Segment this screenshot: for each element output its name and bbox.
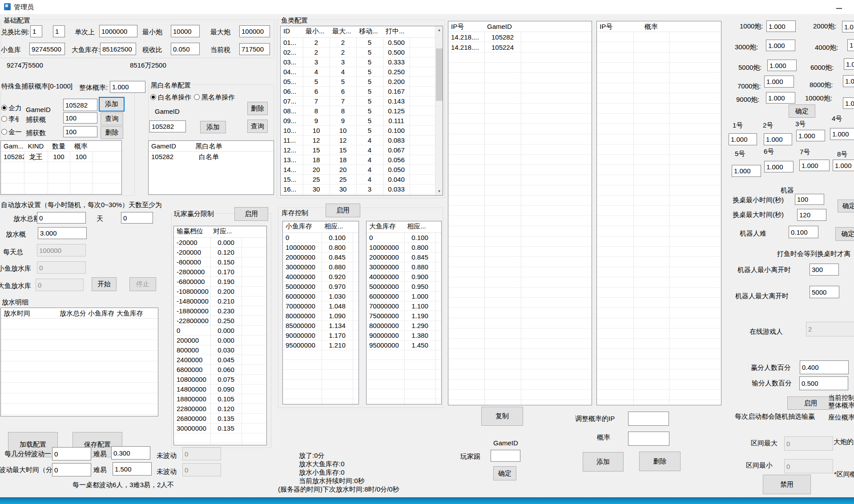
table-row[interactable]: 500000000.950 bbox=[367, 282, 441, 292]
table-row[interactable]: -108000000.200 bbox=[174, 287, 266, 296]
cannon-7000-input[interactable] bbox=[764, 76, 794, 88]
table-row[interactable]: 100000000.800 bbox=[283, 243, 359, 252]
seat-7-input[interactable] bbox=[799, 160, 830, 171]
cannon-confirm-button[interactable]: 确定 bbox=[789, 104, 815, 118]
table-row[interactable]: 09...9950.111 bbox=[281, 116, 443, 126]
minimize-button[interactable] bbox=[833, 2, 846, 13]
table-row[interactable]: 10...101050.100 bbox=[281, 126, 443, 136]
bw-list-table[interactable]: GameID黑白名单 105282白名单 bbox=[148, 140, 274, 195]
exchange-ratio-1-input[interactable] bbox=[30, 25, 42, 37]
table-row[interactable]: 700000001.100 bbox=[367, 301, 441, 311]
fish-config-table-body[interactable]: 01...2250.50002...2250.50003...3350.3330… bbox=[281, 38, 443, 195]
max-cannon-input[interactable] bbox=[239, 25, 270, 37]
table-row[interactable]: 950000001.450 bbox=[367, 340, 441, 350]
ip-prob-table[interactable]: IP号概率 bbox=[596, 21, 721, 405]
table-row[interactable]: 100000000.800 bbox=[367, 243, 441, 252]
table-row[interactable]: 06...6650.167 bbox=[281, 87, 443, 96]
table-row[interactable]: 输赢档位对应... bbox=[174, 226, 266, 236]
black-list-radio[interactable] bbox=[194, 94, 200, 100]
win-limit-table[interactable]: 输赢档位对应... -200000.000-2000000.120-800000… bbox=[173, 226, 267, 445]
kick-confirm-button[interactable]: 确定 bbox=[493, 466, 516, 480]
fish-config-table-header[interactable]: ID最小...最大...移动...打中... bbox=[281, 26, 443, 38]
kick-gameid-input[interactable] bbox=[491, 450, 520, 462]
min-cannon-input[interactable] bbox=[171, 25, 200, 37]
water-stop-button[interactable]: 停止 bbox=[129, 277, 156, 291]
water-start-button[interactable]: 开始 bbox=[92, 277, 117, 291]
special-radio-1[interactable] bbox=[1, 105, 7, 111]
cannon-10000-input[interactable] bbox=[843, 97, 854, 109]
table-row[interactable]: 15...252540.040 bbox=[281, 175, 443, 184]
table-row[interactable]: 放水时间放水总分小鱼库存大鱼库存 bbox=[1, 308, 158, 319]
ip-prob-add-button[interactable]: 添加 bbox=[583, 452, 624, 472]
special-fish-table-body[interactable]: 105282龙王100100 bbox=[1, 152, 121, 194]
cannon-2000-input[interactable] bbox=[842, 21, 854, 32]
table-row[interactable]: IP号GameID bbox=[448, 21, 592, 32]
table-row[interactable]: -2000000.120 bbox=[174, 248, 266, 257]
table-row[interactable]: 02...2250.500 bbox=[281, 48, 443, 57]
cannon-4000-input[interactable] bbox=[847, 39, 854, 51]
table-row[interactable]: 300000000.880 bbox=[283, 262, 359, 272]
seat-6-input[interactable] bbox=[764, 161, 794, 172]
table-row[interactable]: 小鱼库存相应... bbox=[283, 221, 359, 231]
seat-1-input[interactable] bbox=[729, 133, 757, 145]
win-percent-input[interactable] bbox=[800, 360, 849, 374]
special-gameid-input[interactable] bbox=[63, 99, 97, 111]
table-row[interactable]: 大鱼库存相应... bbox=[367, 221, 441, 231]
table-row[interactable]: 228000000.120 bbox=[174, 404, 266, 414]
water-detail-table-header[interactable]: 放水时间放水总分小鱼库存大鱼库存 bbox=[1, 308, 158, 319]
ip-prob-table-header[interactable]: IP号概率 bbox=[597, 21, 721, 32]
robot-confirm1-button[interactable]: 确定 bbox=[838, 200, 854, 212]
lose-percent-input[interactable] bbox=[799, 376, 848, 390]
tax-rate-input[interactable] bbox=[171, 43, 200, 55]
special-fish-table-header[interactable]: Gam...KIND数量概率 bbox=[1, 141, 121, 152]
robot-confirm2-button[interactable]: 确定 bbox=[835, 227, 854, 241]
table-row[interactable]: 850000001.134 bbox=[283, 321, 359, 331]
ip-prob-delete-button[interactable]: 删除 bbox=[639, 452, 681, 471]
cannon-5000-input[interactable] bbox=[767, 60, 797, 71]
table-row[interactable]: 00.100 bbox=[283, 233, 359, 243]
table-row[interactable]: 900000001.170 bbox=[283, 331, 359, 340]
fish-table-scrollbar[interactable]: ▲ ▼ bbox=[435, 26, 443, 195]
win-limit-table-body[interactable]: -200000.000-2000000.120-8000000.150-2800… bbox=[174, 238, 266, 445]
table-row[interactable]: 400000000.920 bbox=[283, 272, 359, 282]
table-row[interactable]: 14...202040.050 bbox=[281, 165, 443, 175]
small-fish-stock-table[interactable]: 小鱼库存相应... 00.100100000000.800200000000.8… bbox=[282, 221, 359, 404]
percent-enable-button[interactable]: 启用 bbox=[787, 396, 834, 410]
seat-2-input[interactable] bbox=[764, 133, 792, 145]
table-row[interactable]: 24000000.045 bbox=[174, 355, 266, 365]
table-row[interactable]: 13...181840.056 bbox=[281, 155, 443, 165]
win-limit-enable-button[interactable]: 启用 bbox=[234, 207, 268, 221]
special-radio-3[interactable] bbox=[1, 129, 7, 135]
table-row[interactable]: 300000000.880 bbox=[367, 262, 441, 272]
table-row[interactable]: 04...4450.250 bbox=[281, 67, 443, 77]
table-row[interactable]: 700000001.048 bbox=[283, 301, 359, 311]
table-row[interactable]: 14.218....105224 bbox=[448, 42, 592, 52]
bw-gameid-input[interactable] bbox=[149, 120, 186, 132]
scroll-up-icon[interactable]: ▲ bbox=[435, 26, 443, 34]
wave-interval-input[interactable] bbox=[52, 447, 91, 460]
water-day-input[interactable] bbox=[121, 212, 153, 224]
table-row[interactable]: 105282白名单 bbox=[149, 152, 274, 162]
exchange-ratio-2-input[interactable] bbox=[53, 25, 65, 37]
table-row[interactable]: 200000000.845 bbox=[283, 252, 359, 262]
cannon-8000-input[interactable] bbox=[843, 75, 854, 87]
seat-8-input[interactable] bbox=[833, 160, 854, 171]
table-row[interactable]: 148000000.090 bbox=[174, 384, 266, 394]
table-row[interactable]: -68000000.190 bbox=[174, 277, 266, 287]
big-stock-table-body[interactable]: 00.100100000000.800200000000.84530000000… bbox=[367, 233, 441, 404]
current-tax-input[interactable] bbox=[239, 43, 270, 55]
table-row[interactable]: 200000000.845 bbox=[367, 252, 441, 262]
table-row[interactable]: 01...2250.500 bbox=[281, 38, 443, 48]
table-row[interactable]: 600000001.000 bbox=[367, 292, 441, 301]
table-row[interactable]: 900000001.380 bbox=[367, 331, 441, 340]
table-row[interactable]: 08...8850.125 bbox=[281, 106, 443, 116]
copy-button[interactable]: 复制 bbox=[481, 407, 523, 426]
small-stock-table-header[interactable]: 小鱼库存相应... bbox=[283, 221, 359, 233]
table-row[interactable]: -228000000.250 bbox=[174, 316, 266, 326]
special-add-button[interactable]: 添加 bbox=[99, 97, 125, 112]
big-fish-stock-table[interactable]: 大鱼库存相应... 00.100100000000.800200000000.8… bbox=[366, 221, 442, 404]
overall-prob-input[interactable] bbox=[110, 81, 145, 93]
table-row[interactable]: 05...5550.200 bbox=[281, 77, 443, 87]
table-max-time-input[interactable] bbox=[797, 209, 826, 221]
cannon-3000-input[interactable] bbox=[766, 40, 795, 51]
